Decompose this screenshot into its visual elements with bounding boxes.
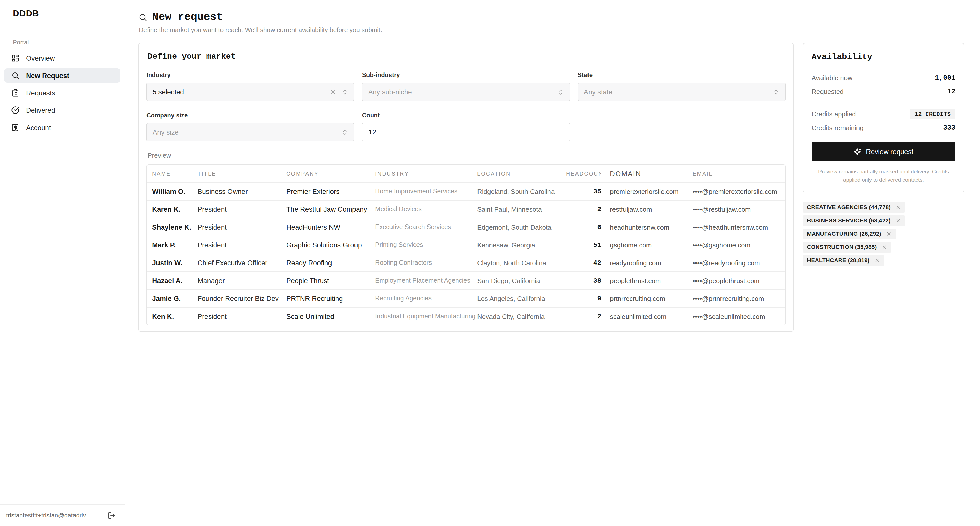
col-location: LOCATION [477,170,566,176]
stat-value: 12 [947,88,956,95]
logout-icon[interactable] [108,512,115,519]
sub-industry-placeholder: Any sub-niche [368,88,412,96]
preview-table: NAME TITLE COMPANY INDUSTRY LOCATION HEA… [146,164,786,326]
sidebar-footer: tristantestttt+tristan@datadriv... [0,504,124,526]
table-row: Justin W. Chief Executive Officer Ready … [147,254,785,272]
col-title: TITLE [197,170,286,176]
industry-chip: HEALTHCARE (28,819) [803,255,884,265]
search-icon [138,13,148,22]
sidebar-item-overview[interactable]: Overview [4,51,121,65]
state-field: State Any state [578,72,786,101]
clear-icon[interactable] [329,88,337,95]
company-size-placeholder: Any size [153,128,179,136]
industry-chip: MANUFACTURING (26,292) [803,228,896,239]
stat-label: Credits remaining [811,124,864,132]
availability-title: Availability [811,52,956,62]
sidebar-item-account[interactable]: Account [4,121,121,135]
grid-icon [11,54,19,62]
count-label: Count [362,112,570,119]
company-size-select[interactable]: Any size [146,123,355,141]
right-rail: Availability Available now 1,001 Request… [803,43,964,265]
sidebar-item-label: Account [26,124,51,131]
stat-credits-applied: Credits applied 12 CREDITS [811,107,956,121]
sidebar-item-delivered[interactable]: Delivered [4,103,121,118]
stat-requested: Requested 12 [811,85,956,99]
table-row: Jamie G. Founder Recruiter Biz Dev PRTNR… [147,289,785,307]
sidebar-item-label: Overview [26,54,55,62]
industry-value: 5 selected [153,88,184,96]
sidebar-section-label: Portal [13,39,112,46]
credits-badge: 12 CREDITS [910,109,956,119]
sidebar-item-label: Delivered [26,106,55,114]
app-root: DDDB Portal Overview New Request Request [0,0,980,526]
chevrons-up-down-icon [342,129,348,135]
sub-industry-field: Sub-industry Any sub-niche [362,72,570,101]
chip-label: CREATIVE AGENCIES (44,778) [807,204,891,210]
page-title: New request [152,11,223,23]
sidebar-item-new-request[interactable]: New Request [4,68,121,83]
sidebar: DDDB Portal Overview New Request Request [0,0,125,526]
table-row: William O. Business Owner Premier Exteri… [147,182,785,200]
sidebar-nav: Overview New Request Requests Delivered [0,51,124,138]
divider [811,103,956,103]
define-market-card: Define your market Industry 5 selected [138,43,794,332]
market-form: Industry 5 selected [146,72,786,141]
state-placeholder: Any state [584,88,612,96]
stat-available-now: Available now 1,001 [811,71,956,85]
remove-chip-icon[interactable] [895,218,901,223]
table-row: Hazael A. Manager People Thrust Employme… [147,272,785,289]
count-input[interactable] [362,123,570,141]
col-industry: INDUSTRY [375,170,477,176]
company-size-label: Company size [146,112,355,119]
company-size-field: Company size Any size [146,112,355,141]
stat-label: Available now [811,74,853,82]
col-domain: DOMAIN [601,170,693,177]
sparkles-icon [854,148,861,155]
search-icon [11,72,19,79]
sidebar-header: DDDB [0,0,124,28]
industry-chip: CONSTRUCTION (35,985) [803,242,891,252]
page-subtitle: Define the market you want to reach. We'… [139,27,964,34]
stat-credits-remaining: Credits remaining 333 [811,121,956,135]
stat-label: Requested [811,88,844,95]
card-title: Define your market [148,52,786,61]
check-circle-icon [11,106,19,114]
remove-chip-icon[interactable] [886,231,891,237]
chip-label: MANUFACTURING (26,292) [807,230,881,237]
availability-card: Availability Available now 1,001 Request… [803,43,964,192]
main-content: New request Define the market you want t… [125,0,980,526]
industry-chip: CREATIVE AGENCIES (44,778) [803,202,905,213]
state-select[interactable]: Any state [578,83,786,101]
chip-label: BUSINESS SERVICES (63,422) [807,217,891,224]
stat-label: Credits applied [811,110,856,118]
review-request-label: Review request [866,148,913,155]
industry-select[interactable]: 5 selected [146,83,355,101]
sub-industry-select[interactable]: Any sub-niche [362,83,570,101]
remove-chip-icon[interactable] [881,244,887,250]
receipt-icon [11,124,19,132]
col-email: EMAIL [693,170,780,176]
industry-chip: BUSINESS SERVICES (63,422) [803,215,905,226]
page-header: New request [138,11,964,23]
remove-chip-icon[interactable] [895,204,901,210]
stat-value: 333 [943,124,956,132]
industry-label: Industry [146,72,355,79]
chip-label: HEALTHCARE (28,819) [807,257,870,263]
stat-value: 1,001 [935,74,956,82]
table-row: Ken K. President Scale Unlimited Industr… [147,307,785,325]
table-row: Shaylene K. President HeadHunters NW Exe… [147,218,785,236]
review-request-button[interactable]: Review request [811,142,956,161]
remove-chip-icon[interactable] [874,257,880,263]
clipboard-icon [11,89,19,97]
sidebar-item-label: Requests [26,89,55,97]
count-field: Count [362,112,570,141]
chevrons-up-down-icon [342,89,348,95]
table-header: NAME TITLE COMPANY INDUSTRY LOCATION HEA… [147,165,785,182]
chip-label: CONSTRUCTION (35,985) [807,244,877,250]
user-email: tristantestttt+tristan@datadriv... [6,512,91,519]
col-headcount: HEADCOUNT [566,170,601,176]
preview-label: Preview [148,151,786,159]
industry-field: Industry 5 selected [146,72,355,101]
sidebar-item-requests[interactable]: Requests [4,86,121,100]
chevrons-up-down-icon [557,89,564,95]
